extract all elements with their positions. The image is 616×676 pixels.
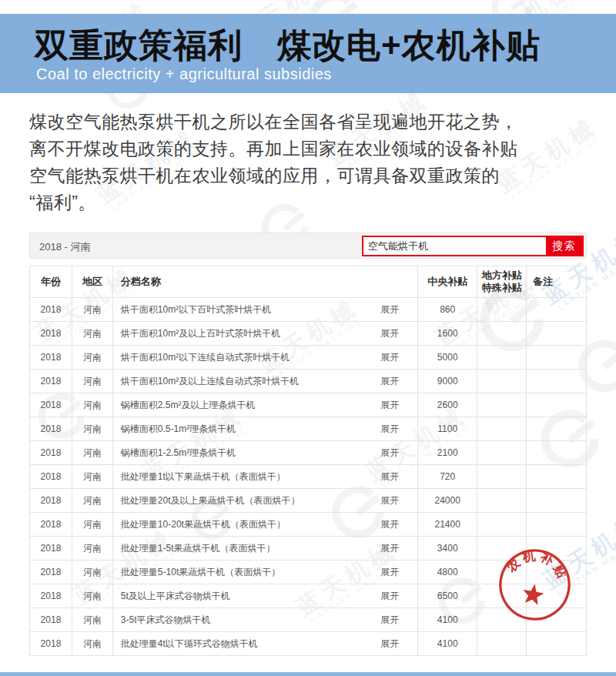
expand-link[interactable]: 展开 (380, 638, 410, 651)
remark-cell (527, 632, 587, 656)
year-cell: 2018 (30, 322, 72, 346)
local-subsidy-cell (477, 513, 527, 537)
header-region: 地区 (72, 266, 112, 298)
tier-name: 批处理量10-20t果蔬烘干机（表面烘干） (121, 518, 286, 531)
central-subsidy-cell: 1100 (418, 417, 477, 441)
year-cell: 2018 (30, 417, 72, 441)
expand-link[interactable]: 展开 (380, 303, 410, 316)
expand-link[interactable]: 展开 (380, 447, 410, 460)
table-row: 2018河南批处理量20t及以上果蔬烘干机（表面烘干）展开24000 (30, 489, 587, 513)
local-subsidy-cell (477, 441, 527, 465)
region-cell: 河南 (72, 417, 112, 441)
central-subsidy-cell: 24000 (418, 489, 477, 513)
table-row: 2018河南锅槽面积1-2.5m²理条烘干机展开2100 (30, 441, 587, 465)
year-cell: 2018 (30, 513, 72, 537)
expand-link[interactable]: 展开 (380, 494, 410, 507)
local-subsidy-cell (477, 346, 527, 370)
expand-link[interactable]: 展开 (380, 327, 410, 340)
table-row: 2018河南烘干面积10m²及以上连续自动式茶叶烘干机展开9000 (30, 370, 587, 393)
name-cell: 5t及以上平床式谷物烘干机展开 (112, 584, 417, 608)
local-subsidy-cell (477, 632, 527, 656)
table-row: 2018河南烘干面积10m²及以上百叶式茶叶烘干机展开1600 (30, 322, 587, 346)
central-subsidy-cell: 860 (418, 298, 477, 322)
central-subsidy-cell: 4800 (418, 561, 477, 584)
name-cell: 锅槽面积0.5-1m²理条烘干机展开 (112, 417, 417, 441)
region-cell: 河南 (72, 513, 112, 537)
central-subsidy-cell: 2600 (418, 393, 477, 417)
expand-link[interactable]: 展开 (380, 375, 410, 388)
central-subsidy-cell: 21400 (418, 513, 477, 537)
expand-link[interactable]: 展开 (380, 542, 410, 555)
local-subsidy-cell (477, 465, 527, 489)
header-name: 分档名称 (112, 266, 417, 298)
name-cell: 批处理量1-5t果蔬烘干机（表面烘干）展开 (112, 537, 417, 561)
intro-line: “福利”。 (29, 189, 591, 216)
intro-line: 空气能热泵烘干机在农业领域的应用，可谓具备双重政策的 (29, 162, 591, 189)
expand-link[interactable]: 展开 (380, 351, 410, 364)
year-cell: 2018 (30, 584, 72, 608)
remark-cell (527, 489, 587, 513)
local-subsidy-cell (477, 370, 527, 393)
panel-topbar: 2018 - 河南 搜索 (29, 233, 587, 259)
search-button[interactable]: 搜索 (546, 237, 582, 255)
expand-link[interactable]: 展开 (380, 399, 410, 412)
name-cell: 批处理量10-20t果蔬烘干机（表面烘干）展开 (112, 513, 417, 537)
remark-cell (527, 346, 587, 370)
intro-paragraph: 煤改空气能热泵烘干机之所以在全国各省呈现遍地开花之势， 离不开煤改电政策的支持。… (29, 109, 591, 216)
header-local-line1: 地方补贴 (478, 269, 525, 282)
expand-link[interactable]: 展开 (380, 614, 410, 627)
remark-cell (527, 465, 587, 489)
central-subsidy-cell: 2100 (418, 441, 477, 465)
header-year: 年份 (30, 266, 72, 298)
tier-name: 锅槽面积0.5-1m²理条烘干机 (121, 423, 236, 436)
central-subsidy-cell: 720 (418, 465, 477, 489)
table-row: 2018河南烘干面积10m²以下连续自动式茶叶烘干机展开5000 (30, 346, 587, 370)
intro-line: 煤改空气能热泵烘干机之所以在全国各省呈现遍地开花之势， (29, 109, 591, 136)
local-subsidy-cell (477, 393, 527, 417)
name-cell: 烘干面积10m²以下百叶式茶叶烘干机展开 (112, 298, 417, 322)
name-cell: 锅槽面积2.5m²及以上理条烘干机展开 (112, 393, 417, 417)
region-cell: 河南 (72, 561, 112, 584)
stamp-text: 农机补贴 (502, 547, 572, 585)
region-cell: 河南 (72, 489, 112, 513)
expand-link[interactable]: 展开 (380, 423, 410, 436)
local-subsidy-cell (477, 298, 527, 322)
year-cell: 2018 (30, 608, 72, 632)
local-subsidy-cell (477, 489, 527, 513)
table-row: 2018河南锅槽面积0.5-1m²理条烘干机展开1100 (30, 417, 587, 441)
tier-name: 烘干面积10m²以下百叶式茶叶烘干机 (121, 303, 271, 316)
year-cell: 2018 (30, 561, 72, 584)
region-cell: 河南 (72, 608, 112, 632)
year-cell: 2018 (30, 370, 72, 393)
table-row: 2018河南烘干面积10m²以下百叶式茶叶烘干机展开860 (30, 298, 587, 322)
tier-name: 批处理量4t以下循环式谷物烘干机 (121, 638, 258, 651)
central-subsidy-cell: 6500 (418, 584, 477, 608)
header-local-line2: 特殊补贴 (478, 282, 525, 294)
remark-cell (527, 393, 587, 417)
name-cell: 烘干面积10m²及以上连续自动式茶叶烘干机展开 (112, 370, 417, 393)
tier-name: 批处理量1t以下果蔬烘干机（表面烘干） (121, 470, 286, 484)
name-cell: 烘干面积10m²及以上百叶式茶叶烘干机展开 (112, 322, 417, 346)
year-cell: 2018 (30, 393, 72, 417)
region-cell: 河南 (72, 632, 112, 656)
header-banner: 双重政策福利 煤改电+农机补贴 Coal to electricity + ag… (0, 14, 616, 93)
region-cell: 河南 (72, 441, 112, 465)
central-subsidy-cell: 9000 (418, 370, 477, 393)
expand-link[interactable]: 展开 (380, 590, 410, 603)
central-subsidy-cell: 5000 (418, 346, 477, 370)
year-cell: 2018 (30, 489, 72, 513)
expand-link[interactable]: 展开 (380, 566, 410, 579)
search-input[interactable] (363, 237, 546, 255)
expand-link[interactable]: 展开 (380, 518, 410, 531)
region-cell: 河南 (72, 537, 112, 561)
table-header-row: 年份 地区 分档名称 中央补贴 地方补贴 特殊补贴 备注 (30, 266, 587, 298)
name-cell: 烘干面积10m²以下连续自动式茶叶烘干机展开 (112, 346, 417, 370)
page-subtitle: Coal to electricity + agricultural subsi… (36, 65, 332, 83)
year-cell: 2018 (30, 465, 72, 489)
region-cell: 河南 (72, 393, 112, 417)
tier-name: 烘干面积10m²及以上百叶式茶叶烘干机 (121, 327, 280, 340)
name-cell: 批处理量5-10t果蔬烘干机（表面烘干）展开 (112, 561, 417, 584)
tier-name: 锅槽面积2.5m²及以上理条烘干机 (121, 399, 256, 412)
expand-link[interactable]: 展开 (380, 470, 410, 484)
tier-name: 烘干面积10m²及以上连续自动式茶叶烘干机 (121, 375, 299, 388)
